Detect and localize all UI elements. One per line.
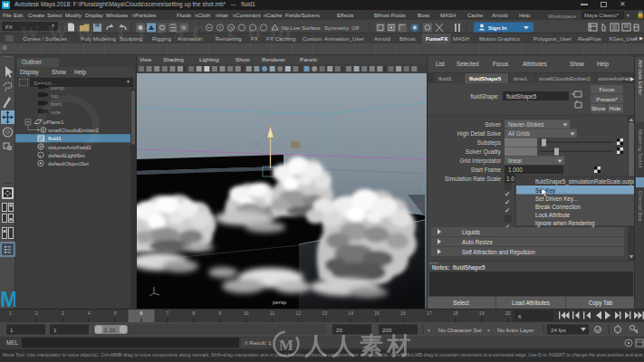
- svg-text:1.0: 1.0: [506, 176, 514, 182]
- svg-text:Auto Resize: Auto Resize: [462, 239, 493, 245]
- svg-text:19: 19: [479, 310, 485, 316]
- svg-text:Notes: fluidShape5: Notes: fluidShape5: [432, 264, 485, 272]
- svg-text:Navier-Stokes: Navier-Stokes: [508, 121, 544, 128]
- svg-text:fluidShape5: fluidShape5: [469, 75, 502, 81]
- svg-text:Start Frame: Start Frame: [471, 167, 502, 173]
- svg-text:Selected: Selected: [457, 61, 479, 67]
- svg-text:Liquids: Liquids: [462, 229, 480, 236]
- svg-text:Show: Show: [235, 56, 250, 62]
- svg-text:2: 2: [35, 310, 38, 316]
- svg-text:Select: Select: [453, 300, 469, 306]
- svg-text:6: 6: [518, 313, 522, 319]
- svg-text:4: 4: [88, 310, 91, 316]
- svg-text:3: 3: [62, 310, 64, 316]
- svg-text:Self Attraction and Repulsion: Self Attraction and Repulsion: [462, 249, 535, 256]
- svg-text:volumeAxisField1: volumeAxisField1: [48, 143, 91, 149]
- svg-text:time1: time1: [514, 75, 528, 81]
- svg-text:Shading: Shading: [163, 56, 184, 62]
- svg-text:High Detail Solve: High Detail Solve: [457, 130, 502, 138]
- svg-text:Solver: Solver: [485, 121, 501, 128]
- svg-text:side: side: [51, 109, 62, 115]
- svg-text:linear: linear: [508, 157, 522, 164]
- svg-text:Set Driven Key...: Set Driven Key...: [535, 195, 578, 203]
- svg-text:Hide: Hide: [610, 105, 621, 111]
- svg-text:Presets*: Presets*: [596, 96, 618, 102]
- svg-text:Sign In: Sign In: [488, 24, 507, 31]
- svg-text:6: 6: [140, 310, 143, 316]
- svg-text:Grid Interpolator: Grid Interpolator: [460, 157, 502, 165]
- svg-text:Symmetry: Off: Symmetry: Off: [324, 25, 360, 31]
- svg-text:Focus: Focus: [600, 86, 615, 92]
- svg-text:List: List: [436, 61, 445, 67]
- svg-text:smallCloudsEmitter2: smallCloudsEmitter2: [539, 75, 591, 81]
- svg-text:Break Connection: Break Connection: [535, 204, 582, 210]
- svg-text:✓: ✓: [505, 198, 510, 206]
- svg-text:Focus: Focus: [493, 61, 508, 67]
- svg-text:No Anim Layer: No Anim Layer: [497, 327, 534, 333]
- svg-text:fluid1: fluid1: [438, 75, 452, 81]
- svg-text:View: View: [139, 56, 152, 62]
- svg-text:fluidShape5_simulationRateScal: fluidShape5_simulationRateScale.output..…: [535, 178, 635, 186]
- svg-text:No Live Surface: No Live Surface: [282, 25, 321, 31]
- svg-text:Help: Help: [597, 61, 609, 68]
- svg-text:18: 18: [453, 310, 458, 316]
- svg-text:17: 17: [427, 310, 432, 316]
- svg-text:1: 1: [53, 327, 57, 333]
- svg-text:✓: ✓: [505, 206, 510, 214]
- svg-text:Copy Tab: Copy Tab: [589, 300, 613, 307]
- svg-text:1: 1: [10, 327, 14, 333]
- svg-text:All Grids: All Grids: [508, 130, 530, 137]
- svg-text:1.000: 1.000: [508, 167, 523, 173]
- svg-text:No Character Set: No Character Set: [438, 327, 482, 333]
- svg-text:fluidShape5: fluidShape5: [506, 93, 537, 100]
- svg-text:✓: ✓: [505, 190, 510, 198]
- svg-text:10: 10: [244, 310, 249, 316]
- svg-text:Attributes: Attributes: [523, 61, 547, 67]
- svg-text:M: M: [0, 287, 15, 309]
- svg-text:20: 20: [505, 310, 511, 316]
- svg-text:Lock Attribute: Lock Attribute: [535, 212, 571, 218]
- svg-text:fluid1: fluid1: [48, 135, 62, 141]
- svg-text:13: 13: [322, 310, 327, 316]
- svg-text:Substeps: Substeps: [477, 139, 501, 147]
- svg-text:11: 11: [270, 310, 274, 316]
- svg-text:15: 15: [374, 310, 380, 316]
- svg-text:12: 12: [296, 310, 302, 316]
- svg-text:▾: ▾: [428, 328, 430, 333]
- svg-text:defaultLightSet: defaultLightSet: [48, 151, 85, 157]
- svg-text:24 fps: 24 fps: [551, 327, 566, 333]
- svg-text:fluidShape:: fluidShape:: [470, 93, 499, 100]
- svg-text:defaultObjectSet: defaultObjectSet: [48, 160, 89, 167]
- svg-text:8: 8: [192, 310, 195, 316]
- svg-text:▾: ▾: [487, 328, 490, 333]
- svg-text:1: 1: [9, 310, 12, 316]
- svg-text:top: top: [51, 91, 59, 98]
- svg-text:7: 7: [166, 310, 168, 316]
- svg-text:200: 200: [382, 327, 392, 333]
- svg-text:Lighting: Lighting: [199, 56, 219, 62]
- svg-text:pPlane1: pPlane1: [43, 119, 64, 125]
- svg-text:front: front: [51, 100, 62, 106]
- svg-text:Panels: Panels: [300, 56, 317, 62]
- svg-text:5: 5: [114, 310, 117, 316]
- svg-text:Renderer: Renderer: [262, 56, 285, 62]
- svg-text:persp: persp: [273, 300, 287, 305]
- svg-text:Solver Quality: Solver Quality: [466, 148, 502, 156]
- svg-text:. . .: . . .: [559, 188, 567, 194]
- svg-text:smallCloudsEmitter2: smallCloudsEmitter2: [48, 127, 99, 133]
- svg-text:1: 1: [104, 328, 107, 333]
- svg-text:9: 9: [218, 310, 221, 316]
- svg-text:16: 16: [400, 310, 406, 316]
- svg-text:Ignore when Rendering: Ignore when Rendering: [535, 220, 595, 227]
- svg-text:Show: Show: [591, 105, 606, 111]
- svg-text:14: 14: [348, 310, 353, 316]
- svg-text:Load Attributes: Load Attributes: [512, 300, 550, 306]
- svg-text:Set Key: Set Key: [535, 187, 556, 195]
- svg-text:20: 20: [336, 327, 342, 333]
- svg-text:20: 20: [110, 328, 115, 333]
- svg-text:persp: persp: [51, 83, 65, 90]
- svg-text:Show: Show: [570, 61, 584, 67]
- svg-text:Simulation Rate Scale: Simulation Rate Scale: [445, 176, 501, 182]
